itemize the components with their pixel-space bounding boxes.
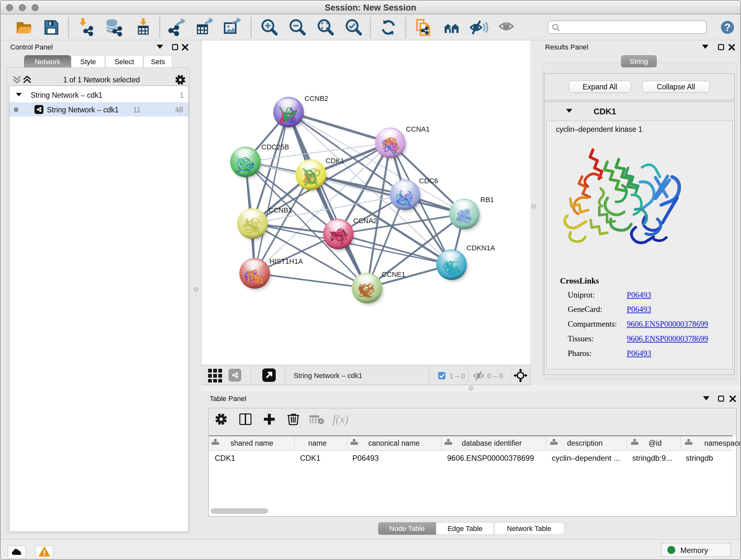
svg-text:CDC25B: CDC25B [261, 143, 289, 151]
svg-text:CCNA1: CCNA1 [406, 125, 430, 133]
svg-text:HIST1H1A: HIST1H1A [269, 257, 303, 265]
svg-text:CDKN1A: CDKN1A [467, 244, 495, 252]
svg-text:CDC6: CDC6 [419, 177, 438, 185]
svg-text:CCNE1: CCNE1 [382, 270, 406, 278]
svg-text:CDK1: CDK1 [326, 157, 344, 165]
svg-text:RB1: RB1 [480, 196, 494, 204]
svg-text:CCNB2: CCNB2 [305, 95, 328, 103]
svg-text:CCNA2: CCNA2 [353, 217, 377, 225]
svg-text:CCNB1: CCNB1 [268, 206, 292, 214]
